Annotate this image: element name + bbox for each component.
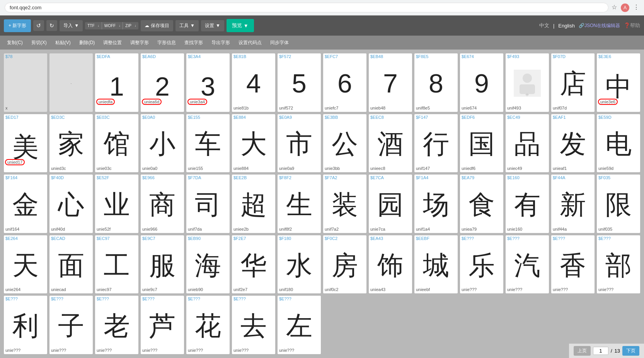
glyph-cell[interactable]: $EFC76uniefc7 (323, 53, 366, 112)
glyph-cell[interactable]: $ECAD面uniecad (49, 235, 93, 294)
lang-en-link[interactable]: English (558, 23, 575, 29)
glyph-cell[interactable]: $E???部unie??? (597, 235, 640, 294)
glyph-cell[interactable]: $E???花unie??? (186, 296, 230, 354)
glyph-cell[interactable]: $EC97工uniec97 (95, 235, 138, 294)
glyph-cell[interactable]: $EE2B超uniee2b (232, 175, 275, 233)
undo-button[interactable]: ↺ (33, 20, 44, 31)
glyph-cell[interactable]: $E966商unie966 (141, 175, 184, 233)
edit-adjust-glyph[interactable]: 调整字形 (126, 38, 153, 48)
glyph-cell[interactable]: $EB487unieb48 (369, 53, 412, 112)
woff-button[interactable]: WOFF↓ (102, 22, 123, 29)
next-page-button[interactable]: 下页 (622, 346, 639, 356)
glyph-char: 老 (95, 302, 138, 348)
star-icon[interactable]: ☆ (612, 3, 617, 12)
glyph-cell[interactable]: $F164金unif164 (4, 175, 47, 233)
glyph-cell[interactable]: $EB90海unieb90 (186, 235, 230, 294)
glyph-cell[interactable]: $F7DA司unif7da (186, 175, 230, 233)
glyph-cell[interactable]: $E???利unie??? (4, 296, 47, 354)
glyph-cell[interactable]: $E???左unie??? (278, 296, 321, 354)
zip-button[interactable]: ZIP↓ (123, 22, 138, 29)
prev-page-button[interactable]: 上页 (574, 346, 591, 356)
edit-adjust-pos[interactable]: 调整位置 (99, 38, 126, 48)
glyph-cell[interactable]: $E9C7服unie9c7 (141, 235, 184, 294)
edit-copy[interactable]: 复制(C) (3, 38, 27, 48)
glyph-cell[interactable]: $E884大unie884 (232, 114, 275, 173)
glyph-cell[interactable]: $E0A9市unie0a9 (278, 114, 321, 173)
preview-button[interactable]: 预览 ▼ (227, 19, 254, 32)
glyph-cell[interactable]: $E03C馆unie03c (95, 114, 138, 173)
glyph-cell[interactable]: $F44A新unif44a (551, 175, 595, 233)
glyph-cell[interactable]: $ED3C家unied3c (49, 114, 93, 173)
settings-button[interactable]: 设置 ▼ (201, 20, 224, 31)
lang-cn-link[interactable]: 中文 (539, 22, 549, 29)
glyph-cell[interactable]: $F5725unif572 (278, 53, 321, 112)
glyph-cell[interactable]: $E???汽unie??? (506, 235, 549, 294)
glyph-cell[interactable]: $EA6D2uniea6d (141, 53, 184, 112)
save-button[interactable]: ☁ 保存项目 (141, 20, 173, 31)
glyph-cell[interactable]: $F40D心unif40d (49, 175, 93, 233)
glyph-cell[interactable]: $ED17美unied17 (4, 114, 47, 173)
glyph-cell[interactable]: $F8E58unif8e5 (414, 53, 458, 112)
glyph-cell[interactable]: $E???子unie??? (49, 296, 93, 354)
import-button[interactable]: 导入 ▼ (60, 20, 83, 31)
glyph-cell[interactable]: $E155车unie155 (186, 114, 230, 173)
glyph-cell[interactable]: $F7A2装unif7a2 (323, 175, 366, 233)
glyph-cell[interactable]: $EDF6国uniedf6 (460, 114, 503, 173)
glyph-cell[interactable]: $F147行unif147 (414, 114, 458, 173)
glyph-cell[interactable]: $E0A0小unie0a0 (141, 114, 184, 173)
glyph-cell[interactable]: $EEC8酒unieec8 (369, 114, 412, 173)
glyph-cell[interactable]: $78x (4, 53, 47, 112)
glyph-cell[interactable]: $F035限unif035 (597, 175, 640, 233)
glyph-char: 心 (49, 181, 93, 227)
glyph-cell[interactable]: $F8F2生unif8f2 (278, 175, 321, 233)
edit-paste[interactable]: 粘贴(V) (51, 38, 75, 48)
glyph-cell[interactable]: $F1A4场unif1a4 (414, 175, 458, 233)
glyph-cell[interactable]: $E???去unie??? (232, 296, 275, 354)
glyph-cell[interactable]: $E264天unie264 (4, 235, 47, 294)
glyph-cell[interactable]: $E3E6中unie3e6 (597, 53, 640, 112)
glyph-cell[interactable]: $EAF1发unieaf1 (551, 114, 595, 173)
glyph-cell[interactable]: $F2E7华unif2e7 (232, 235, 275, 294)
glyph-cell[interactable]: $EEBF城unieebf (414, 235, 458, 294)
edit-delete[interactable]: 删除(D) (75, 38, 99, 48)
glyph-cell[interactable]: $E3BB公unie3bb (323, 114, 366, 173)
menu-icon[interactable]: ⋮ (633, 3, 639, 12)
glyph-cell[interactable]: $E???乐unie??? (460, 235, 503, 294)
glyph-cell[interactable]: $F07D店unif07d (551, 53, 595, 112)
ttf-button[interactable]: TTF↓ (85, 22, 102, 29)
glyph-cell[interactable]: $E???老unie??? (95, 296, 138, 354)
glyph-cell[interactable]: $E52F业unie52f (95, 175, 138, 233)
glyph-cell[interactable]: $E???香unie??? (551, 235, 595, 294)
glyph-cell[interactable]: $F0C2房unif0c2 (323, 235, 366, 294)
glyph-char: 8 (414, 60, 458, 106)
glyph-cell[interactable]: $E160有unie160 (506, 175, 549, 233)
glyph-cell[interactable]: $EA43饰uniea43 (369, 235, 412, 294)
glyph-cell[interactable]: $EC49品uniec49 (506, 114, 549, 173)
glyph-cell[interactable]: · (49, 53, 93, 112)
glyph-code: $EDFA (95, 53, 112, 60)
glyph-cell[interactable]: $F180水unif180 (278, 235, 321, 294)
edit-export-glyph[interactable]: 导出字形 (208, 38, 234, 48)
page-input[interactable] (593, 347, 608, 355)
browser-url[interactable]: font.qqe2.com (5, 3, 608, 12)
glyph-cell[interactable]: $E3A43unie3a4 (186, 53, 230, 112)
glyph-cell[interactable]: $EA79食uniea79 (460, 175, 503, 233)
glyph-cell[interactable]: $EDFA1uniedfa (95, 53, 138, 112)
new-glyph-button[interactable]: + 新字形 (4, 19, 31, 32)
edit-glyph-info[interactable]: 字形信息 (153, 38, 180, 48)
json-editor-link[interactable]: 🔗JSON在线编辑器 (579, 22, 620, 29)
tools-button[interactable]: 工具 ▼ (175, 20, 199, 31)
edit-cut[interactable]: 剪切(X) (27, 38, 51, 48)
edit-find-glyph[interactable]: 查找字形 (181, 38, 207, 48)
glyph-cell[interactable]: $E6749unie674 (460, 53, 503, 112)
glyph-cell[interactable]: $E???芦unie??? (141, 296, 184, 354)
glyph-cell[interactable]: $E81B4unie81b (232, 53, 275, 112)
help-link[interactable]: ❓帮助 (624, 22, 640, 29)
edit-set-codepoint[interactable]: 设置代码点 (235, 38, 266, 48)
glyph-cell[interactable]: $E7CA园unie7ca (369, 175, 412, 233)
edit-sync-font[interactable]: 同步字体 (266, 38, 293, 48)
redo-button[interactable]: ↻ (46, 20, 57, 31)
glyph-cell[interactable]: $F493中unif493 (506, 53, 549, 112)
account-icon[interactable]: A (621, 3, 629, 12)
glyph-cell[interactable]: $E59D电unie59d (597, 114, 640, 173)
